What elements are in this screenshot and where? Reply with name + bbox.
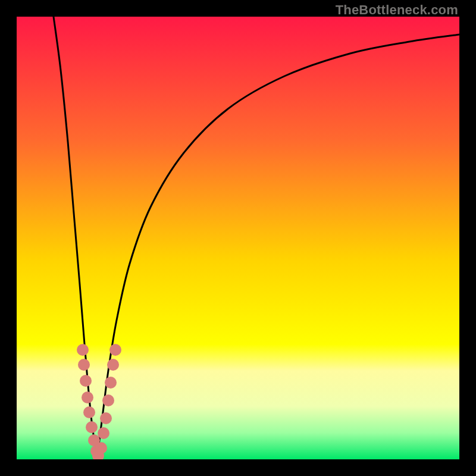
data-marker xyxy=(100,412,112,424)
data-marker xyxy=(102,394,114,406)
data-marker xyxy=(77,344,89,356)
gradient-background xyxy=(17,17,459,459)
data-marker xyxy=(82,392,93,403)
chart-frame xyxy=(17,17,459,459)
bottleneck-chart xyxy=(17,17,459,459)
data-marker xyxy=(78,359,90,371)
data-marker xyxy=(105,377,117,389)
data-marker xyxy=(83,406,95,418)
attribution-label: TheBottleneck.com xyxy=(336,2,458,18)
data-marker xyxy=(86,421,98,433)
data-marker xyxy=(98,427,109,439)
data-marker xyxy=(107,359,119,371)
data-marker xyxy=(95,442,107,454)
data-marker xyxy=(109,344,121,356)
data-marker xyxy=(80,375,92,387)
